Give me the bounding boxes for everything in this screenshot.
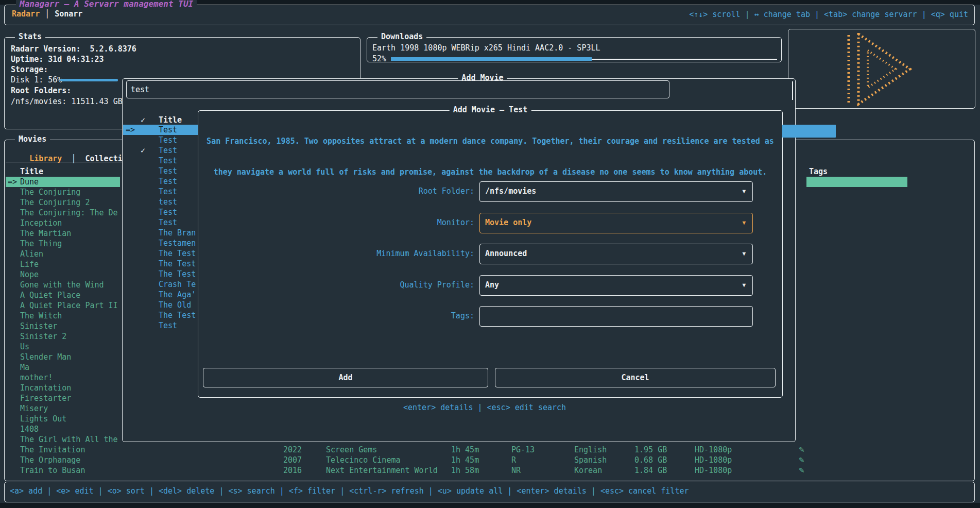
search-result-row[interactable]: Test [123, 217, 198, 228]
movie-runtime: 1h 45m [451, 455, 479, 465]
search-result-row[interactable]: The Test [123, 248, 198, 259]
column-header-tags: Tags [809, 167, 828, 176]
movie-rating: R [511, 455, 516, 465]
movie-title: Slender Man [20, 352, 121, 362]
movie-title: Lights Out [20, 414, 121, 424]
result-title: Test [159, 187, 177, 197]
download-item-name: Earth 1998 1080p WEBRip x265 Hindi AAC2.… [372, 43, 600, 53]
search-result-row[interactable]: Test [123, 166, 198, 176]
result-title: The Test [159, 269, 196, 279]
add-movie-keybinds: <enter> details | <esc> edit search [123, 403, 795, 412]
movie-title: The Orphanage [20, 455, 121, 465]
result-title: Test [159, 207, 177, 217]
search-result-row[interactable]: The Aga' [123, 290, 198, 300]
movie-title: Nope [20, 269, 121, 280]
movie-title: The Conjuring: The De [20, 208, 121, 218]
search-result-row[interactable]: Test [123, 135, 198, 145]
movie-title: Misery [20, 403, 121, 414]
movie-title: A Quiet Place Part II [20, 300, 121, 311]
result-title: Test [159, 217, 177, 228]
search-result-row[interactable]: The Test [123, 259, 198, 269]
edit-pencil-icon[interactable]: ✎ [799, 455, 805, 465]
search-result-row[interactable]: Test [123, 207, 198, 217]
search-result-row[interactable]: Test [123, 176, 198, 187]
search-result-row[interactable]: The Test [123, 269, 198, 279]
logo-panel [788, 29, 975, 109]
selection-arrow-icon: => [8, 177, 17, 187]
movie-year: 2007 [283, 455, 302, 465]
table-row[interactable]: The Orphanage2007Telecinco Cinema1h 45mR… [6, 455, 973, 465]
result-title: The Test [159, 310, 196, 320]
radarr-version: Radarr Version: 5.2.6.8376 [11, 44, 136, 54]
field-value: Announced [485, 249, 527, 258]
movie-title: Inception [20, 218, 121, 228]
movie-title: mother! [20, 372, 121, 383]
movie-title: The Witch [20, 311, 121, 321]
movie-title: Sinister [20, 321, 121, 331]
result-title: The Aga' [159, 290, 196, 300]
movie-title: A Quiet Place [20, 290, 121, 300]
search-result-row[interactable]: Testamen [123, 238, 198, 248]
top-bar: Managarr — A Servarr management TUI Rada… [4, 5, 975, 25]
movie-size: 1.95 GB [634, 445, 667, 455]
movie-quality: HD-1080p [695, 465, 732, 476]
search-result-row[interactable]: The Bran [123, 228, 198, 238]
monitored-check-icon: ✓ [141, 115, 145, 125]
root-folder-size: /nfs/movies: 11511.43 GB [11, 97, 123, 106]
search-result-row[interactable]: Test [123, 187, 198, 197]
managarr-play-logo [845, 33, 913, 106]
cancel-button[interactable]: Cancel [495, 368, 776, 387]
search-result-row[interactable]: test [123, 197, 198, 207]
minimum-availability-select[interactable]: Announced▼ [479, 244, 753, 264]
movies-title: Movies [15, 134, 50, 144]
search-result-row[interactable]: The Test [123, 310, 198, 320]
movie-title: The Invitation [20, 445, 121, 455]
field-label: Minimum Availability: [270, 249, 474, 258]
table-row[interactable]: Train to Busan2016Next Entertainment Wor… [6, 465, 973, 476]
selected-row-tags-cell [806, 177, 907, 187]
search-result-row[interactable]: The Old [123, 300, 198, 310]
chevron-down-icon: ▼ [742, 188, 746, 195]
field-value: Movie only [485, 218, 531, 227]
quality-profile-select[interactable]: Any▼ [479, 275, 753, 296]
search-result-row[interactable]: ✓Test [123, 145, 198, 156]
result-title: Test [159, 166, 177, 176]
edit-pencil-icon[interactable]: ✎ [799, 445, 805, 455]
tags-input[interactable] [479, 306, 753, 327]
search-result-row[interactable]: Test [123, 156, 198, 166]
movie-title: Firestarter [20, 393, 121, 403]
result-title: Test [159, 156, 177, 166]
movie-title: Gone with the Wind [20, 280, 121, 290]
monitor-select[interactable]: Movie only▼ [479, 213, 753, 233]
tab-sonarr[interactable]: Sonarr [55, 9, 82, 19]
movie-title: Ma [20, 362, 121, 372]
field-label: Tags: [270, 311, 474, 320]
search-result-row[interactable]: =>Test [123, 125, 198, 135]
movie-title: The Girl with All the [20, 434, 121, 445]
results-scrollbar-track [792, 81, 793, 100]
tab-separator: │ [45, 9, 49, 19]
result-title: Test [159, 125, 177, 135]
search-result-row[interactable]: Crash Te [123, 279, 198, 290]
table-row[interactable]: The Invitation2022Screen Gems1h 45mPG-13… [6, 445, 973, 455]
movie-studio: Telecinco Cinema [326, 455, 401, 465]
add-button[interactable]: Add [203, 368, 488, 387]
tab-radarr[interactable]: Radarr [12, 9, 40, 19]
chevron-down-icon: ▼ [742, 250, 746, 257]
field-value: Any [485, 280, 499, 290]
edit-pencil-icon[interactable]: ✎ [799, 465, 805, 476]
downloads-title: Downloads [377, 32, 426, 41]
download-percent: 52% [372, 54, 386, 63]
search-result-row[interactable]: Test [123, 320, 198, 331]
screen-edge-bottom [0, 503, 980, 508]
results-scrollbar-thumb[interactable] [782, 125, 836, 138]
results-header-title: Title [159, 115, 182, 125]
field-value: /nfs/movies [485, 187, 536, 196]
root-folder-select[interactable]: /nfs/movies▼ [479, 181, 753, 202]
storage-label: Storage: [11, 65, 48, 74]
uptime: Uptime: 31d 04:31:23 [11, 55, 104, 64]
movie-search-input[interactable] [127, 81, 669, 98]
movie-title: Alien [20, 249, 121, 259]
movie-title: The Conjuring 2 [20, 197, 121, 208]
chevron-down-icon: ▼ [742, 219, 746, 226]
